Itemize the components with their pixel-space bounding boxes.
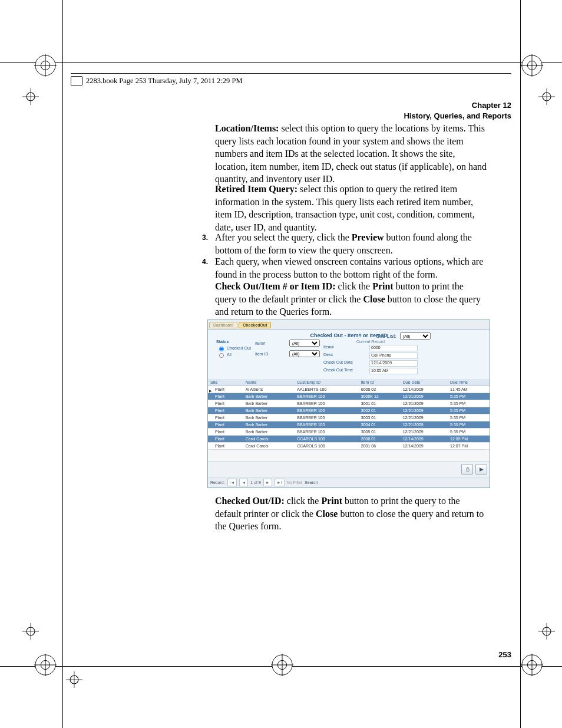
radio-all[interactable]: All [216,351,252,358]
table-row[interactable]: PlantBarb BarberBBARBER 1003004 0112/21/… [208,421,490,429]
column-header[interactable]: Item ID [359,379,401,386]
chapter-heading: Chapter 12 History, Queries, and Reports [404,100,511,121]
registration-mark-icon [22,623,39,640]
document-page: 2283.book Page 253 Thursday, July 7, 201… [0,0,562,728]
table-row[interactable]: PlantBarb BarberBBARBER 1003000K 1212/21… [208,393,490,400]
table-cell: BBARBER 100 [295,421,358,429]
chapter-title: History, Queries, and Reports [404,111,511,121]
nav-search[interactable]: Search [305,480,318,485]
step-4: 4. Each query, when viewed onscreen cont… [215,255,487,281]
column-header[interactable]: Site [208,379,243,386]
table-cell: 2000 01 [359,436,401,443]
frame-rule [0,62,562,63]
table-cell: Plant [208,400,243,407]
running-title: 2283.book Page 253 Thursday, July 7, 201… [86,77,243,85]
site-list-label: Site List: [376,333,396,339]
status-group: Status Checked Out All [216,340,252,375]
record-navigator: Record: I◄ ◄ 1 of 9 ► ►I No Filter Searc… [208,477,490,487]
table-cell: 3005 01 [359,429,401,436]
chapter-label: Chapter 12 [404,100,511,111]
table-cell: AALBERTS 100 [295,386,358,393]
registration-mark-icon [538,623,555,640]
itemnum-select[interactable]: (All) [289,340,320,347]
table-cell: Plant [208,407,243,414]
table-cell: 12/21/2009 [401,393,448,400]
nav-next[interactable]: ► [263,479,272,486]
embedded-screenshot: Dashboard CheckedOut Checked Out - Item#… [207,319,490,488]
table-cell: Barb Barber [243,414,295,421]
print-button[interactable]: ⎙ [461,464,473,475]
column-header[interactable]: Name [243,379,295,386]
table-cell: 12:07 PM [448,443,490,450]
table-row[interactable]: PlantCarol CarolsCCAROLS 1002001 0612/14… [208,443,490,450]
site-list-select[interactable]: (All) [400,332,431,340]
step-3: 3. After you select the query, click the… [215,231,487,256]
table-row[interactable]: PlantBarb BarberBBARBER 1003005 0112/21/… [208,429,490,436]
registration-mark-icon [22,88,39,105]
table-cell: Barb Barber [243,429,295,436]
itemid-select[interactable]: (All) [289,350,320,357]
form-title: Checked Out - Item# or Item ID Site List… [208,332,490,338]
table-cell: BBARBER 100 [295,414,358,421]
table-row[interactable]: PlantCarol CarolsCCAROLS 1002000 0112/14… [208,436,490,443]
table-row[interactable]: PlantBarb BarberBBARBER 1003002 0112/21/… [208,407,490,414]
printer-icon: ⎙ [466,466,469,472]
registration-mark-icon [34,54,57,77]
table-cell: Plant [208,421,243,429]
row-pointer-icon: ▶ [209,388,212,393]
table-cell: 3003 01 [359,414,401,421]
radio-checked-out[interactable]: Checked Out [216,345,252,351]
table-cell: Al Alberts [243,386,295,393]
table-cell: 12/21/2009 [401,421,448,429]
table-cell: Barb Barber [243,421,295,429]
table-row[interactable]: ▶PlantAl AlbertsAALBERTS 1006000 0212/14… [208,386,490,393]
table-cell: Plant [208,436,243,443]
table-cell: 3000K 12 [359,393,401,400]
registration-mark-icon [34,654,57,676]
table-cell: Carol Carols [243,436,295,443]
registration-mark-icon [521,654,543,676]
registration-mark-icon [538,88,555,105]
table-cell: Plant [208,443,243,450]
table-cell: 5:35 PM [448,421,490,429]
tab-checkedout[interactable]: CheckedOut [239,322,271,328]
table-cell: 5:35 PM [448,414,490,421]
table-cell: CCAROLS 100 [295,436,358,443]
table-cell: 2001 06 [359,443,401,450]
table-cell: Barb Barber [243,400,295,407]
close-button[interactable]: ▶ [475,464,487,475]
table-cell: 5:35 PM [448,393,490,400]
table-cell: BBARBER 100 [295,429,358,436]
nav-prev[interactable]: ◄ [239,479,248,486]
current-record-group: Current Record Item#6000 DescCell Phone … [323,340,418,375]
paragraph-retired-item-query: Retired Item Query: select this option t… [215,183,487,233]
table-cell: 3004 01 [359,421,401,429]
registration-mark-icon [271,654,293,676]
table-cell: BBARBER 100 [295,393,358,400]
frame-rule [62,0,63,728]
table-cell: Plant [208,429,243,436]
table-cell: 12/21/2009 [401,429,448,436]
table-cell: 3002 01 [359,407,401,414]
step-number: 3. [202,233,208,242]
tab-dashboard[interactable]: Dashboard [209,322,237,328]
column-header[interactable]: Due Date [401,379,448,386]
table-cell: 12/21/2009 [401,400,448,407]
column-header[interactable]: Due Time [448,379,490,386]
table-cell: CCAROLS 100 [295,443,358,450]
table-cell: 12/21/2009 [401,407,448,414]
table-cell: 5:35 PM [448,407,490,414]
table-cell: BBARBER 100 [295,400,358,407]
table-row[interactable]: PlantBarb BarberBBARBER 1003003 0112/21/… [208,414,490,421]
nav-first[interactable]: I◄ [227,479,237,486]
table-cell: 5:35 PM [448,429,490,436]
table-cell: 12/14/2009 [401,436,448,443]
itemnum-label: Item# [255,341,266,345]
table-cell: 3001 01 [359,400,401,407]
column-header[interactable]: Cust/Emp ID [295,379,358,386]
nav-last[interactable]: ►I [275,479,285,486]
table-cell: 5:35 PM [448,400,490,407]
table-cell: ▶Plant [208,386,243,393]
close-icon: ▶ [480,466,484,472]
table-row[interactable]: PlantBarb BarberBBARBER 1003001 0112/21/… [208,400,490,407]
